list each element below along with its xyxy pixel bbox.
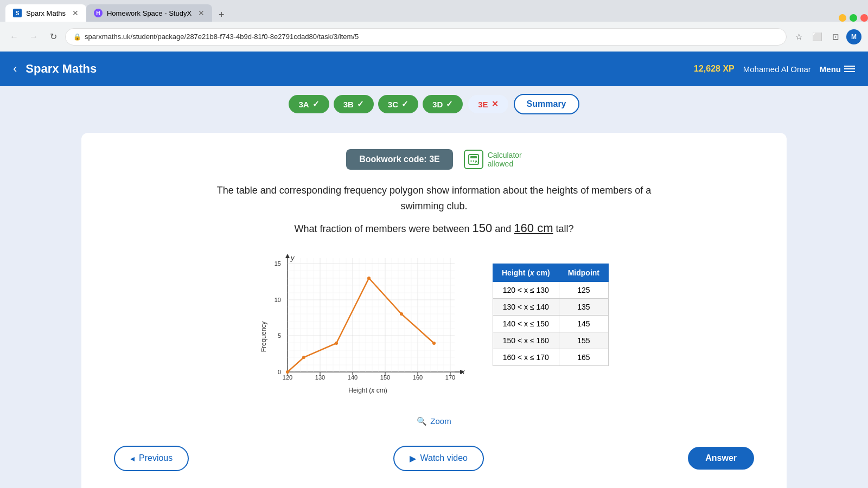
svg-text:Frequency: Frequency xyxy=(260,321,267,352)
table-row: 140 < x ≤ 150145 xyxy=(493,315,608,332)
task-button-3e[interactable]: 3E ✕ xyxy=(467,94,509,114)
calculator-text: Calculator allowed xyxy=(488,151,522,168)
svg-rect-1 xyxy=(470,156,477,158)
data-point-4 xyxy=(400,312,403,316)
midpoint-cell: 145 xyxy=(559,315,608,332)
svg-text:15: 15 xyxy=(275,260,281,267)
browser-actions: ☆ ⬜ ⊡ M xyxy=(791,29,861,44)
xp-badge: 12,628 XP xyxy=(694,64,735,74)
zoom-link[interactable]: 🔍 Zoom xyxy=(103,416,765,426)
prev-arrow: ◂ xyxy=(130,453,135,464)
task-3b-label: 3B xyxy=(343,100,354,109)
prev-label: Previous xyxy=(139,453,173,463)
answer-button[interactable]: Answer xyxy=(688,447,754,470)
midpoint-cell: 135 xyxy=(559,298,608,315)
browser-tabs: S Sparx Maths ✕ H Homework Space - Study… xyxy=(0,0,868,22)
menu-button[interactable]: Menu xyxy=(820,65,855,74)
zoom-icon: 🔍 xyxy=(417,416,427,426)
chart-container: Frequency y xyxy=(259,253,476,407)
frequency-polygon-line xyxy=(288,278,434,372)
sparx-tab-close[interactable]: ✕ xyxy=(72,9,79,17)
col-header-height: Height (x cm) xyxy=(493,264,559,281)
table-row: 130 < x ≤ 140135 xyxy=(493,298,608,315)
video-icon: ▶ xyxy=(410,453,416,464)
task-button-3c[interactable]: 3C ✓ xyxy=(378,95,418,113)
range-cell: 150 < x ≤ 160 xyxy=(493,332,559,349)
range-cell: 160 < x ≤ 170 xyxy=(493,349,559,365)
browser-controls: ← → ↻ 🔒 sparxmaths.uk/student/package/28… xyxy=(0,22,868,52)
app: ‹ Sparx Maths 12,628 XP Mohamed Al Omar … xyxy=(0,52,868,488)
back-nav-button[interactable]: ← xyxy=(7,29,22,44)
svg-rect-0 xyxy=(469,155,478,164)
user-name: Mohamed Al Omar xyxy=(743,65,811,74)
calculator-icon xyxy=(464,150,483,169)
task-3a-check: ✓ xyxy=(312,99,320,109)
close-browser-button[interactable] xyxy=(860,14,868,22)
calculator-info: Calculator allowed xyxy=(464,150,522,169)
watch-video-button[interactable]: ▶ Watch video xyxy=(393,446,484,471)
range-cell: 120 < x ≤ 130 xyxy=(493,281,559,298)
question-line2: swimming club. xyxy=(103,198,765,214)
content-card: Bookwork code: 3E Calculator xyxy=(81,133,787,488)
svg-text:x: x xyxy=(461,368,465,376)
header-right: 12,628 XP Mohamed Al Omar Menu xyxy=(694,64,855,74)
address-bar[interactable]: 🔒 sparxmaths.uk/student/package/287e21b8… xyxy=(65,28,787,46)
hamburger-icon xyxy=(844,66,855,72)
task-3d-check: ✓ xyxy=(446,99,453,109)
task-3e-x: ✕ xyxy=(492,99,499,109)
sparx-tab-label: Sparx Maths xyxy=(26,9,66,17)
task-3b-check: ✓ xyxy=(357,99,364,109)
reload-button[interactable]: ↻ xyxy=(46,29,61,44)
midpoint-cell: 155 xyxy=(559,332,608,349)
data-point-3 xyxy=(367,277,371,280)
frequency-polygon-chart: Frequency y xyxy=(259,253,476,404)
tab-sparx[interactable]: S Sparx Maths ✕ xyxy=(5,4,86,22)
calculator-sub: allowed xyxy=(488,159,522,168)
data-point-2 xyxy=(335,342,338,345)
data-point-0 xyxy=(286,370,289,374)
bottom-nav: ◂ Previous ▶ Watch video Answer xyxy=(103,437,765,480)
task-3c-check: ✓ xyxy=(401,99,409,109)
profile-avatar[interactable]: M xyxy=(846,29,861,44)
range-cell: 130 < x ≤ 140 xyxy=(493,298,559,315)
forward-nav-button[interactable]: → xyxy=(26,29,41,44)
task-button-3b[interactable]: 3B ✓ xyxy=(334,95,374,113)
studyx-tab-close[interactable]: ✕ xyxy=(198,9,205,17)
tab-studyx[interactable]: H Homework Space - StudyX ✕ xyxy=(86,4,212,22)
back-button[interactable]: ‹ xyxy=(13,62,17,76)
task-3d-label: 3D xyxy=(432,100,443,109)
app-logo: Sparx Maths xyxy=(25,62,97,76)
col-header-midpoint: Midpoint xyxy=(559,264,608,281)
studyx-tab-label: Homework Space - StudyX xyxy=(107,9,192,17)
bookwork-code: Bookwork code: 3E xyxy=(346,149,452,170)
bookmark-button[interactable]: ☆ xyxy=(791,29,806,44)
browser-chrome: S Sparx Maths ✕ H Homework Space - Study… xyxy=(0,0,868,52)
lock-icon: 🔒 xyxy=(73,33,81,41)
data-point-5 xyxy=(432,342,436,345)
svg-point-2 xyxy=(470,160,471,162)
data-table-container: Height (x cm) Midpoint 120 < x ≤ 1301251… xyxy=(493,264,609,366)
task-3c-label: 3C xyxy=(388,100,398,109)
task-button-3a[interactable]: 3A ✓ xyxy=(289,95,329,113)
task-nav: 3A ✓ 3B ✓ 3C ✓ 3D ✓ 3E ✕ Summary xyxy=(0,86,868,122)
sparx-favicon: S xyxy=(13,9,22,17)
summary-button[interactable]: Summary xyxy=(514,94,579,114)
add-tab-button[interactable]: + xyxy=(215,8,228,22)
question-text: The table and corresponding frequency po… xyxy=(103,183,765,237)
range-cell: 140 < x ≤ 150 xyxy=(493,315,559,332)
menu-label: Menu xyxy=(820,65,841,74)
svg-text:10: 10 xyxy=(275,297,281,303)
profile-button2[interactable]: ⊡ xyxy=(828,29,843,44)
bookwork-row: Bookwork code: 3E Calculator xyxy=(103,149,765,170)
minimize-button[interactable] xyxy=(839,14,846,22)
extension-button[interactable]: ⬜ xyxy=(809,29,825,44)
data-point-1 xyxy=(302,356,305,359)
url-text: sparxmaths.uk/student/package/287e21b8-f… xyxy=(85,33,359,41)
previous-button[interactable]: ◂ Previous xyxy=(114,446,189,471)
restore-button[interactable] xyxy=(850,14,857,22)
table-row: 120 < x ≤ 130125 xyxy=(493,281,608,298)
task-button-3d[interactable]: 3D ✓ xyxy=(423,95,463,113)
zoom-label: Zoom xyxy=(430,416,451,426)
svg-point-3 xyxy=(473,160,474,162)
calculator-label: Calculator xyxy=(488,151,522,159)
